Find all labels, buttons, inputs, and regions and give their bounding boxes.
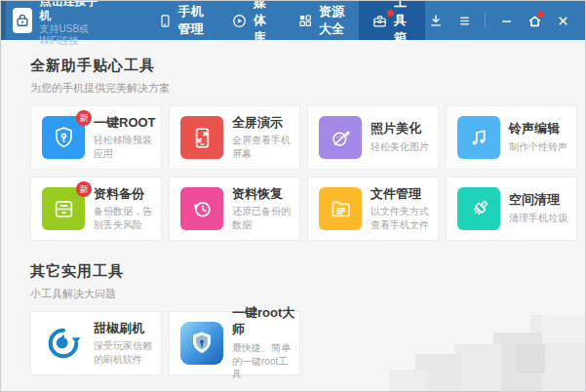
toolbox-red-dot: [387, 10, 394, 17]
music-note-icon: [457, 116, 500, 159]
tool-title: 资料恢复: [232, 186, 295, 203]
tool-title: 一键ROOT: [94, 115, 157, 132]
restore-clock-icon: [180, 187, 223, 230]
root-master-shield-icon: [180, 322, 223, 365]
tool-title: 资料备份: [94, 186, 157, 203]
media-play-icon: [231, 13, 248, 29]
tool-title: 一键root大师: [232, 305, 295, 338]
tools-grid: 新 一键ROOT 轻松移除预装应用: [30, 105, 577, 241]
tool-card-space-clean[interactable]: 空间清理 清理手机垃圾: [446, 176, 577, 241]
clean-brush-icon: [457, 187, 500, 230]
tool-card-fullscreen-demo[interactable]: 全屏演示 全屏查看手机屏幕: [169, 105, 300, 170]
tool-title: 铃声编辑: [509, 121, 567, 137]
connect-phone-button[interactable]: 点击连接手机 支持USB或WiFi连接: [13, 0, 106, 48]
section-subtitle-other-tools: 小工具解决大问题: [30, 287, 577, 301]
tool-title: 甜椒刷机: [94, 321, 157, 337]
tool-card-ringtone-edit[interactable]: 铃声编辑 制作个性铃声: [446, 105, 577, 170]
tool-desc: 制作个性铃声: [509, 140, 567, 154]
grid-icon: [297, 13, 313, 28]
fullscreen-phone-icon: [180, 116, 223, 159]
home-icon[interactable]: [524, 10, 545, 31]
title-bar: 点击连接手机 支持USB或WiFi连接 手机管理: [1, 1, 585, 40]
controls-divider: [485, 13, 486, 28]
toolbox-content: 全新助手贴心工具 为您的手机提供完美解决方案 新 一键ROOT: [1, 57, 585, 375]
tab-resources[interactable]: 资源大全: [285, 1, 359, 40]
close-icon[interactable]: [552, 10, 573, 31]
window-controls: [425, 10, 573, 31]
tool-title: 空间清理: [509, 192, 567, 209]
tool-desc: 清理手机垃圾: [509, 212, 567, 225]
tab-label: 手机管理: [178, 3, 206, 38]
tab-phone-management[interactable]: 手机管理: [145, 1, 218, 40]
lock-device-icon: [13, 8, 32, 33]
section-title-other-tools: 其它实用工具: [30, 262, 577, 281]
tab-toolbox[interactable]: 工具箱: [359, 1, 425, 40]
tool-desc: 轻松美化图片: [371, 140, 429, 154]
tool-title: 全屏演示: [232, 115, 295, 132]
folder-icon: [319, 187, 362, 230]
tool-desc: 备份数据，告别丢失风险: [94, 205, 157, 231]
shield-key-icon: 新: [42, 116, 85, 159]
minimize-icon[interactable]: [495, 10, 517, 31]
palette-icon: [319, 116, 362, 159]
download-icon[interactable]: [425, 10, 447, 31]
tool-desc: 最快捷、简单的一键root工具: [232, 341, 295, 381]
tool-card-file-manager[interactable]: 文件管理 以文件夹方式查看手机文件: [307, 176, 439, 241]
tool-desc: 轻松移除预装应用: [94, 134, 157, 160]
tool-card-data-restore[interactable]: 资料恢复 还原已备份的数据: [169, 176, 300, 241]
new-badge: 新: [76, 110, 92, 126]
connect-title: 点击连接手机: [40, 0, 106, 23]
tool-card-photo-beautify[interactable]: 照片美化 轻松美化图片: [307, 105, 439, 170]
tool-desc: 还原已备份的数据: [232, 205, 295, 231]
archive-box-icon: 新: [42, 187, 85, 230]
app-window: 点击连接手机 支持USB或WiFi连接 手机管理: [0, 0, 586, 392]
phone-icon: [158, 13, 173, 29]
connect-subtitle: 支持USB或WiFi连接: [40, 23, 106, 48]
tab-label: 工具箱: [394, 0, 412, 47]
main-tabs: 手机管理 媒体库: [145, 1, 426, 40]
tool-card-root-master[interactable]: 一键root大师 最快捷、简单的一键root工具: [169, 311, 300, 375]
tool-card-tianjiao-flash[interactable]: 甜椒刷机 深受玩家信赖的刷机软件: [30, 311, 162, 375]
tab-media-library[interactable]: 媒体库: [218, 1, 285, 40]
tool-title: 照片美化: [371, 121, 429, 137]
tool-card-data-backup[interactable]: 新 资料备份 备份数据，告别丢失风险: [30, 176, 162, 241]
tab-label: 媒体库: [254, 0, 272, 47]
flash-tool-icon: [42, 322, 85, 365]
left-edge-strip: [1, 1, 6, 40]
section-title-new-tools: 全新助手贴心工具: [30, 57, 577, 75]
tool-desc: 以文件夹方式查看手机文件: [371, 205, 434, 231]
section-subtitle-new-tools: 为您的手机提供完美解决方案: [30, 81, 577, 96]
tool-desc: 全屏查看手机屏幕: [232, 134, 295, 160]
home-red-dot: [537, 11, 544, 18]
tool-desc: 深受玩家信赖的刷机软件: [94, 339, 157, 366]
menu-icon[interactable]: [453, 10, 475, 31]
tab-label: 资源大全: [319, 3, 346, 38]
toolbox-icon: [371, 13, 388, 29]
tool-card-one-key-root[interactable]: 新 一键ROOT 轻松移除预装应用: [30, 105, 162, 170]
new-badge: 新: [76, 181, 92, 197]
tool-title: 文件管理: [371, 186, 434, 203]
